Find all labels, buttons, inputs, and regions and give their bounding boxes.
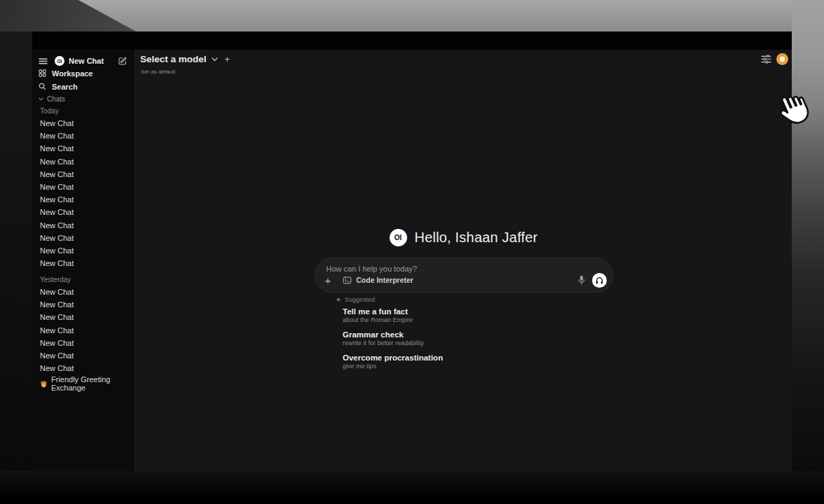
header-controls xyxy=(761,53,788,65)
chat-list-item[interactable]: New Chat xyxy=(32,349,135,362)
code-interpreter-toggle[interactable]: Code Interpreter xyxy=(343,276,413,285)
wallpaper-left-column xyxy=(0,31,32,483)
composer-toolbar: + Code Interpreter xyxy=(324,272,607,288)
greeting-text: Hello, Ishaan Jaffer xyxy=(415,230,538,246)
chat-list-item[interactable]: New Chat xyxy=(32,244,135,257)
user-avatar[interactable] xyxy=(776,53,788,65)
suggestion-subtitle: rewrite it for better readability xyxy=(343,340,581,347)
sparkle-icon xyxy=(336,297,341,302)
sidebar-header: OI New Chat xyxy=(32,54,135,68)
app-logo-icon: OI xyxy=(390,229,407,246)
suggested-section-label: Suggested xyxy=(336,296,375,303)
chat-list-item[interactable]: New Chat xyxy=(32,206,135,218)
chat-list-item[interactable]: New Chat xyxy=(32,362,135,374)
chats-section-label: Chats xyxy=(47,95,65,103)
voice-call-button[interactable] xyxy=(592,273,607,288)
chat-list-item[interactable]: New Chat xyxy=(32,130,135,142)
chat-list-item[interactable]: New Chat xyxy=(32,311,135,323)
code-interpreter-label: Code Interpreter xyxy=(356,276,413,284)
suggestion-item[interactable]: Overcome procrastination give me tips xyxy=(343,354,581,370)
suggestion-title: Grammar check xyxy=(343,330,581,340)
chat-list-item[interactable]: New Chat xyxy=(32,181,135,193)
chat-group-label-today: Today xyxy=(40,107,59,115)
set-as-default-link[interactable]: Set as default xyxy=(141,69,175,75)
chat-list-item[interactable]: New Chat xyxy=(32,257,135,270)
wallpaper-right-column xyxy=(792,0,824,472)
workspace-icon xyxy=(39,69,47,77)
model-selector-label: Select a model xyxy=(140,54,207,64)
chat-list-item[interactable]: New Chat xyxy=(32,117,135,130)
model-selector[interactable]: Select a model + xyxy=(140,54,230,64)
sidebar-item-label: Workspace xyxy=(52,69,93,78)
wallpaper-bottom-band xyxy=(0,471,824,504)
chat-list-item[interactable]: New Chat xyxy=(32,168,135,181)
chat-list-item[interactable]: New Chat xyxy=(32,324,135,337)
chevron-down-icon xyxy=(39,97,43,101)
chat-list-item[interactable]: New Chat xyxy=(32,232,135,244)
chat-list-yesterday: New ChatNew ChatNew ChatNew ChatNew Chat… xyxy=(32,286,135,374)
suggestion-subtitle: about the Roman Empire xyxy=(343,316,581,324)
attach-plus-button[interactable]: + xyxy=(325,275,331,286)
sidebar-item-search[interactable]: Search xyxy=(32,80,135,92)
chat-list-item[interactable]: New Chat xyxy=(32,193,135,206)
chat-group-label-yesterday: Yesterday xyxy=(40,276,71,284)
main-panel: Select a model + Set as default OI Hello… xyxy=(135,50,792,471)
message-composer: + Code Interpreter xyxy=(315,258,613,293)
greeting-block: OI Hello, Ishaan Jaffer xyxy=(135,229,792,246)
suggestion-item[interactable]: Grammar check rewrite it for better read… xyxy=(343,330,581,347)
chat-list-item[interactable]: New Chat xyxy=(32,142,135,155)
code-interpreter-icon xyxy=(343,276,352,285)
chat-title: Friendly Greeting Exchange xyxy=(51,375,135,392)
suggested-label-text: Suggested xyxy=(345,296,375,303)
chat-list-item[interactable]: New Chat xyxy=(32,155,135,168)
app-window: OI New Chat Workspace Search xyxy=(32,31,792,471)
chat-list-item[interactable]: New Chat xyxy=(32,337,135,349)
suggestion-list: Tell me a fun fact about the Roman Empir… xyxy=(343,307,581,377)
app-logo-icon[interactable]: OI xyxy=(55,56,64,66)
search-icon xyxy=(39,83,47,90)
window-top-strip xyxy=(32,31,792,50)
suggestion-title: Tell me a fun fact xyxy=(343,307,581,316)
chat-list-item-friendly-greeting[interactable]: Friendly Greeting Exchange xyxy=(40,375,135,392)
sidebar-item-label: Search xyxy=(52,83,78,91)
suggestion-subtitle: give me tips xyxy=(343,363,581,370)
suggestion-title: Overcome procrastination xyxy=(343,354,581,363)
chat-list-today: New ChatNew ChatNew ChatNew ChatNew Chat… xyxy=(32,117,135,270)
chat-list-item[interactable]: New Chat xyxy=(32,219,135,232)
add-model-button[interactable]: + xyxy=(225,55,231,64)
sidebar-title: New Chat xyxy=(69,57,104,65)
new-chat-edit-icon[interactable] xyxy=(118,56,128,66)
desktop-stage: OI New Chat Workspace Search xyxy=(0,0,824,504)
sidebar-item-workspace[interactable]: Workspace xyxy=(32,67,135,79)
chevron-down-icon xyxy=(212,57,218,62)
chat-list-item[interactable]: New Chat xyxy=(32,298,135,311)
sidebar: OI New Chat Workspace Search xyxy=(32,50,135,471)
headphones-icon xyxy=(595,276,604,285)
microphone-icon[interactable] xyxy=(577,274,586,286)
sidebar-toggle-icon[interactable] xyxy=(39,57,48,65)
wave-hand-icon xyxy=(40,380,48,388)
chat-list-item[interactable]: New Chat xyxy=(32,286,135,298)
controls-sliders-icon[interactable] xyxy=(761,55,771,64)
suggestion-item[interactable]: Tell me a fun fact about the Roman Empir… xyxy=(343,307,581,324)
chats-section-header[interactable]: Chats xyxy=(39,95,65,103)
